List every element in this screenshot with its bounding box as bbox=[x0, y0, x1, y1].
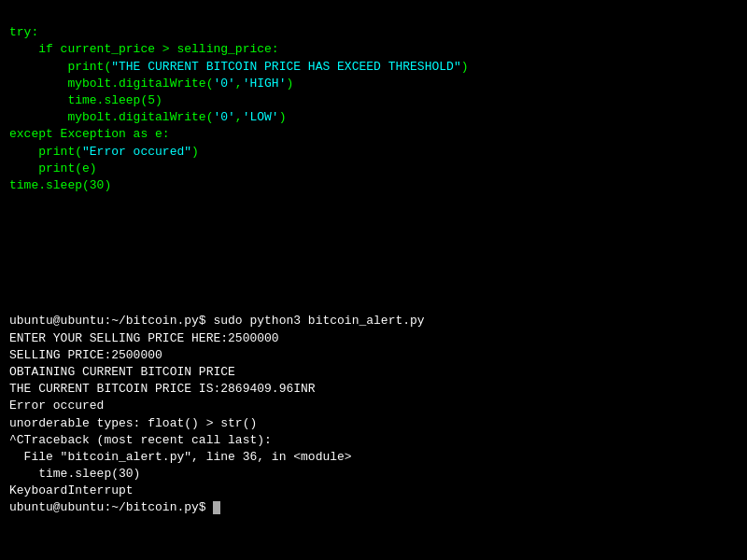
cursor-block bbox=[213, 501, 220, 514]
output-line-4: OBTAINING CURRENT BITCOIN PRICE bbox=[9, 365, 235, 379]
code-line-3: print("THE CURRENT BITCOIN PRICE HAS EXC… bbox=[9, 60, 469, 74]
output-line-10: time.sleep(30) bbox=[9, 467, 140, 481]
output-line-9: File "bitcoin_alert.py", line 36, in <mo… bbox=[9, 450, 352, 464]
code-line-8: print("Error occured") bbox=[9, 145, 199, 159]
code-line-1: try: bbox=[9, 25, 38, 39]
code-line-5: time.sleep(5) bbox=[9, 93, 162, 107]
output-line-3: SELLING PRICE:2500000 bbox=[9, 348, 162, 362]
terminal[interactable]: try: if current_price > selling_price: p… bbox=[0, 0, 747, 560]
code-line-7: except Exception as e: bbox=[9, 127, 170, 141]
code-line-6: mybolt.digitalWrite('0','LOW') bbox=[9, 110, 286, 124]
output-line-12: ubuntu@ubuntu:~/bitcoin.py$ bbox=[9, 500, 220, 514]
code-line-9: print(e) bbox=[9, 161, 97, 175]
code-line-4: mybolt.digitalWrite('0','HIGH') bbox=[9, 77, 293, 91]
output-line-5: THE CURRENT BITCOIN PRICE IS:2869409.96I… bbox=[9, 382, 316, 396]
code-line-10: time.sleep(30) bbox=[9, 178, 111, 192]
output-line-7: unorderable types: float() > str() bbox=[9, 416, 257, 430]
output-line-2: ENTER YOUR SELLING PRICE HERE:2500000 bbox=[9, 331, 279, 345]
output-line-6: Error occured bbox=[9, 399, 104, 413]
output-line-1: ubuntu@ubuntu:~/bitcoin.py$ sudo python3… bbox=[9, 314, 425, 328]
code-line-2: if current_price > selling_price: bbox=[9, 42, 279, 56]
output-line-11: KeyboardInterrupt bbox=[9, 483, 134, 497]
output-line-8: ^CTraceback (most recent call last): bbox=[9, 433, 272, 447]
